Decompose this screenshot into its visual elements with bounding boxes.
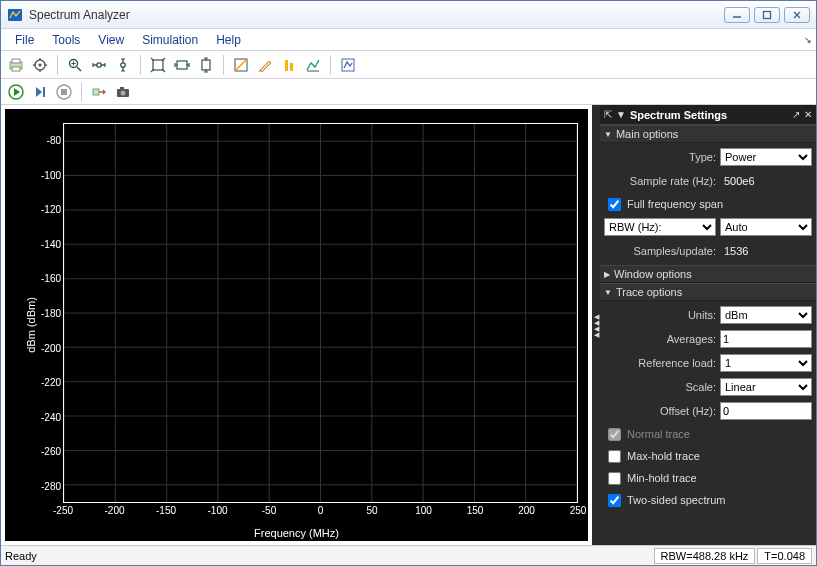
menu-view[interactable]: View <box>90 31 132 49</box>
step-forward-button[interactable] <box>29 81 51 103</box>
minimize-button[interactable] <box>724 7 750 23</box>
zoom-x-button[interactable] <box>88 54 110 76</box>
samples-value: 1536 <box>720 245 812 257</box>
y-tick: -180 <box>41 308 61 319</box>
rbw-value-select[interactable]: Auto <box>720 218 812 236</box>
x-tick: -150 <box>156 505 176 516</box>
refload-select[interactable]: 1 <box>720 354 812 372</box>
autoscale-y-button[interactable] <box>195 54 217 76</box>
svg-point-17 <box>121 62 125 66</box>
autoscale-x-button[interactable] <box>171 54 193 76</box>
svg-rect-33 <box>120 87 124 90</box>
close-panel-icon[interactable]: ✕ <box>804 109 812 120</box>
status-ready: Ready <box>5 550 652 562</box>
waterfall-button[interactable] <box>302 54 324 76</box>
peak-finder-button[interactable] <box>278 54 300 76</box>
minhold-checkbox[interactable] <box>608 472 621 485</box>
chart-frame[interactable]: dBm (dBm) Frequency (MHz) -80-100-120-14… <box>5 109 588 541</box>
units-select[interactable]: dBm <box>720 306 812 324</box>
svg-rect-24 <box>290 63 293 71</box>
highlight-block-button[interactable] <box>88 81 110 103</box>
menu-tools[interactable]: Tools <box>44 31 88 49</box>
svg-line-13 <box>77 67 81 71</box>
section-window-options[interactable]: ▶Window options <box>600 265 816 283</box>
section-trace-options[interactable]: ▼Trace options <box>600 283 816 301</box>
toolbar-separator <box>330 55 331 75</box>
averages-label: Averages: <box>604 333 716 345</box>
y-tick: -200 <box>41 342 61 353</box>
collapse-icon[interactable]: ▼ <box>616 109 626 120</box>
menu-file[interactable]: File <box>7 31 42 49</box>
svg-rect-26 <box>342 59 354 71</box>
stop-button[interactable] <box>53 81 75 103</box>
x-tick: 50 <box>366 505 377 516</box>
spectrum-settings-button[interactable] <box>337 54 359 76</box>
toolbar-2 <box>1 79 816 105</box>
zoom-y-button[interactable] <box>112 54 134 76</box>
x-tick: 250 <box>570 505 587 516</box>
svg-rect-31 <box>93 89 99 95</box>
svg-rect-18 <box>153 60 163 70</box>
y-tick: -120 <box>41 204 61 215</box>
close-button[interactable] <box>784 7 810 23</box>
minhold-label: Min-hold trace <box>627 472 697 484</box>
window-title: Spectrum Analyzer <box>29 8 724 22</box>
titlebar: Spectrum Analyzer <box>1 1 816 29</box>
type-label: Type: <box>604 151 716 163</box>
statusbar: Ready RBW=488.28 kHz T=0.048 <box>1 545 816 565</box>
maximize-button[interactable] <box>754 7 780 23</box>
menubar-chevron-icon[interactable]: ↘ <box>804 35 812 45</box>
averages-input[interactable] <box>720 330 812 348</box>
scale-label: Scale: <box>604 381 716 393</box>
svg-line-22 <box>235 59 247 71</box>
section-label: Trace options <box>616 286 682 298</box>
section-label: Main options <box>616 128 678 140</box>
toolbar-1 <box>1 51 816 79</box>
y-tick: -260 <box>41 446 61 457</box>
rbw-mode-select[interactable]: RBW (Hz): <box>604 218 716 236</box>
svg-point-7 <box>38 63 41 66</box>
settings-gear-button[interactable] <box>29 54 51 76</box>
y-tick: -220 <box>41 377 61 388</box>
toolbar-separator <box>57 55 58 75</box>
offset-label: Offset (Hz): <box>604 405 716 417</box>
panel-header: ⇱ ▼ Spectrum Settings ↗ ✕ <box>600 105 816 125</box>
cursor-measure-button[interactable] <box>230 54 252 76</box>
main-options-body: Type:Power Sample rate (Hz):500e6 Full f… <box>600 143 816 265</box>
svg-point-34 <box>121 90 126 95</box>
type-select[interactable]: Power <box>720 148 812 166</box>
toolbar-separator <box>140 55 141 75</box>
menu-help[interactable]: Help <box>208 31 249 49</box>
svg-point-16 <box>97 62 101 66</box>
normal-trace-label: Normal trace <box>627 428 690 440</box>
pin-icon[interactable]: ⇱ <box>604 109 612 120</box>
sample-rate-label: Sample rate (Hz): <box>604 175 716 187</box>
samples-label: Samples/update: <box>604 245 716 257</box>
run-button[interactable] <box>5 81 27 103</box>
y-tick: -100 <box>41 169 61 180</box>
app-window: Spectrum Analyzer File Tools View Simula… <box>0 0 817 566</box>
svg-rect-20 <box>202 60 210 70</box>
offset-input[interactable] <box>720 402 812 420</box>
twosided-checkbox[interactable] <box>608 494 621 507</box>
undock-icon[interactable]: ↗ <box>792 109 800 120</box>
refload-label: Reference load: <box>604 357 716 369</box>
plot-svg <box>64 124 577 502</box>
menu-simulation[interactable]: Simulation <box>134 31 206 49</box>
edit-button[interactable] <box>254 54 276 76</box>
y-tick: -240 <box>41 411 61 422</box>
section-main-options[interactable]: ▼Main options <box>600 125 816 143</box>
snapshot-button[interactable] <box>112 81 134 103</box>
x-tick: 150 <box>467 505 484 516</box>
section-label: Window options <box>614 268 692 280</box>
x-tick: 200 <box>518 505 535 516</box>
maxhold-checkbox[interactable] <box>608 450 621 463</box>
print-button[interactable] <box>5 54 27 76</box>
panel-splitter[interactable]: ◀◀◀◀ <box>592 105 600 545</box>
zoom-in-button[interactable] <box>64 54 86 76</box>
autoscale-button[interactable] <box>147 54 169 76</box>
svg-rect-30 <box>61 89 67 95</box>
scale-select[interactable]: Linear <box>720 378 812 396</box>
full-span-checkbox[interactable] <box>608 198 621 211</box>
svg-rect-4 <box>12 59 20 63</box>
